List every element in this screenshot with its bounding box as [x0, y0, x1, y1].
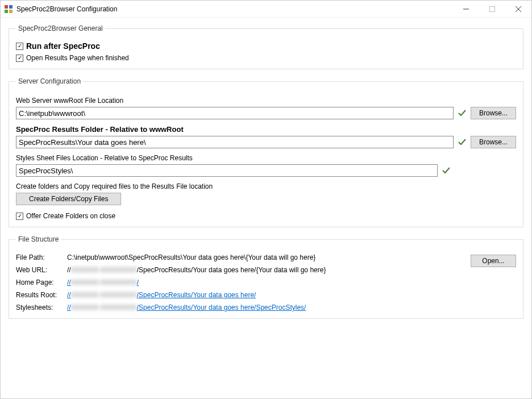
open-button[interactable]: Open...: [471, 255, 516, 267]
app-icon: [4, 5, 13, 14]
server-legend: Server Configuration: [16, 77, 83, 85]
window-title: SpecProc2Browser Configuration: [16, 5, 117, 13]
resultsroot-link[interactable]: //XXXXXX-XXXXXXXX/SpecProcResults/Your d…: [67, 291, 516, 299]
svg-rect-3: [9, 10, 13, 13]
browse-results-button[interactable]: Browse...: [471, 136, 516, 148]
checkbox-icon: ✓: [16, 43, 23, 50]
minimize-button[interactable]: [453, 1, 479, 18]
weburl-value: //XXXXXX-XXXXXXXX/SpecProcResults/Your d…: [67, 266, 516, 274]
open-results-label: Open Results Page when finished: [26, 54, 129, 62]
styles-label: Styles Sheet Files Location - Relative t…: [16, 154, 516, 162]
offer-create-checkbox[interactable]: ✓ Offer Create Folders on close: [16, 212, 516, 220]
close-button[interactable]: [505, 1, 531, 18]
valid-icon: [441, 166, 451, 175]
offer-create-label: Offer Create Folders on close: [26, 212, 115, 220]
valid-icon: [457, 109, 467, 118]
svg-rect-2: [5, 10, 8, 13]
filepath-value: C:\inetpub\wwwroot\SpecProcResults\Your …: [67, 253, 516, 261]
stylesheets-link[interactable]: //XXXXXX-XXXXXXXX/SpecProcResults/Your d…: [67, 304, 516, 311]
file-structure-legend: File Structure: [16, 235, 61, 243]
results-folder-label: SpecProc Results Folder - Relative to ww…: [16, 125, 516, 134]
svg-rect-1: [9, 5, 13, 9]
resultsroot-label: Results Root:: [16, 291, 63, 299]
browse-wwwroot-button[interactable]: Browse...: [471, 107, 516, 119]
svg-rect-5: [490, 6, 495, 11]
checkbox-icon: ✓: [16, 213, 23, 220]
config-window: SpecProc2Browser Configuration SpecProc2…: [0, 0, 532, 399]
homepage-link[interactable]: //XXXXXX-XXXXXXXX/: [67, 279, 516, 286]
styles-input[interactable]: [16, 164, 438, 177]
valid-icon: [457, 138, 467, 147]
create-folders-button[interactable]: Create Folders/Copy Files: [16, 193, 121, 205]
content-area: SpecProc2Browser General ✓ Run after Spe…: [1, 18, 531, 398]
open-results-checkbox[interactable]: ✓ Open Results Page when finished: [16, 54, 516, 62]
run-after-label: Run after SpecProc: [26, 41, 100, 51]
homepage-label: Home Page:: [16, 279, 63, 286]
results-folder-input[interactable]: [16, 136, 454, 148]
maximize-button[interactable]: [479, 1, 505, 18]
server-group: Server Configuration Web Server wwwRoot …: [9, 77, 523, 227]
svg-rect-0: [5, 5, 8, 9]
wwwroot-label: Web Server wwwRoot File Location: [16, 97, 516, 105]
stylesheets-label: Stylesheets:: [16, 304, 63, 311]
filepath-label: File Path:: [16, 253, 63, 261]
general-legend: SpecProc2Browser General: [16, 24, 105, 32]
checkbox-icon: ✓: [16, 55, 23, 62]
file-structure-group: File Structure Open... File Path: C:\ine…: [9, 235, 523, 319]
general-group: SpecProc2Browser General ✓ Run after Spe…: [9, 24, 523, 69]
weburl-label: Web URL:: [16, 266, 63, 274]
create-folders-label: Create folders and Copy required files t…: [16, 182, 516, 190]
titlebar: SpecProc2Browser Configuration: [1, 1, 531, 18]
run-after-checkbox[interactable]: ✓ Run after SpecProc: [16, 41, 516, 51]
wwwroot-input[interactable]: [16, 107, 454, 119]
